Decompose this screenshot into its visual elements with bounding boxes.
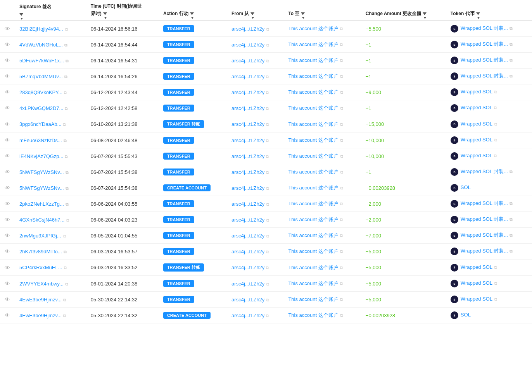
token-name-link[interactable]: Wrapped SOL 封装... [461,73,508,79]
token-name-link[interactable]: Wrapped SOL 封装... [461,200,508,206]
token-name-link[interactable]: Wrapped SOL 封装... [461,168,508,174]
from-copy-icon[interactable]: ⧉ [266,27,269,32]
signature-link[interactable]: 32Bi2EjHqjiy4v94... [19,26,63,32]
from-link[interactable]: arsc4j...tLZh2y [231,26,264,32]
token-copy-icon[interactable]: ⧉ [494,153,497,158]
token-copy-icon[interactable]: ⧉ [494,297,497,302]
from-link[interactable]: arsc4j...tLZh2y [231,58,264,64]
signature-copy-icon[interactable]: ⧉ [64,249,67,254]
from-copy-icon[interactable]: ⧉ [266,249,269,254]
signature-copy-icon[interactable]: ⧉ [64,74,67,79]
to-copy-icon[interactable]: ⧉ [340,281,343,286]
from-link[interactable]: arsc4j...tLZh2y [231,249,264,254]
signature-copy-icon[interactable]: ⧉ [63,122,66,127]
from-copy-icon[interactable]: ⧉ [266,58,269,64]
to-link[interactable]: This account 这个账户 [288,153,338,159]
eye-icon[interactable]: 👁 [5,89,10,95]
signature-link[interactable]: 5B7mqVbdMMUv... [19,74,63,79]
to-link[interactable]: This account 这个账户 [288,73,338,79]
to-link[interactable]: This account 这个账户 [288,201,338,206]
from-copy-icon[interactable]: ⧉ [266,106,269,111]
to-link[interactable]: This account 这个账户 [288,217,338,222]
from-link[interactable]: arsc4j...tLZh2y [231,281,264,287]
to-copy-icon[interactable]: ⧉ [340,90,343,95]
token-copy-icon[interactable]: ⧉ [510,169,513,174]
from-copy-icon[interactable]: ⧉ [266,297,269,303]
token-copy-icon[interactable]: ⧉ [494,122,497,127]
token-name-link[interactable]: SOL [461,184,471,190]
token-copy-icon[interactable]: ⧉ [510,26,513,31]
signature-link[interactable]: 4VdWzVbNGHoL... [19,42,63,48]
signature-link[interactable]: 2WVYYEX4mbwy... [19,281,64,287]
to-link[interactable]: This account 这个账户 [288,185,338,191]
from-link[interactable]: arsc4j...tLZh2y [231,185,264,191]
eye-icon[interactable]: 👁 [5,232,10,239]
from-link[interactable]: arsc4j...tLZh2y [231,89,264,95]
signature-copy-icon[interactable]: ⧉ [63,297,66,303]
signature-copy-icon[interactable]: ⧉ [66,202,69,207]
eye-icon[interactable]: 👁 [5,121,10,127]
eye-icon[interactable]: 👁 [5,153,10,159]
token-copy-icon[interactable]: ⧉ [510,58,513,63]
signature-link[interactable]: iE4NKvjAz7QGzp... [19,153,63,159]
signature-link[interactable]: 3pgx6ncYDaaAb... [19,121,61,127]
signature-copy-icon[interactable]: ⧉ [65,154,68,159]
signature-link[interactable]: 2nwMgu9XJPfGj... [19,233,61,239]
from-link[interactable]: arsc4j...tLZh2y [231,138,264,143]
eye-icon[interactable]: 👁 [5,265,10,271]
to-link[interactable]: This account 这个账户 [288,41,338,47]
eye-icon[interactable]: 👁 [5,57,10,64]
token-copy-icon[interactable]: ⧉ [510,233,513,238]
token-name-link[interactable]: Wrapped SOL [461,137,492,143]
eye-icon[interactable]: 👁 [5,137,10,143]
action-filter-icon[interactable] [190,12,194,15]
signature-link[interactable]: 283q8Q9VkoKPY... [19,89,62,95]
from-link[interactable]: arsc4j...tLZh2y [231,105,264,111]
eye-icon[interactable]: 👁 [5,312,10,318]
from-link[interactable]: arsc4j...tLZh2y [231,42,264,48]
from-copy-icon[interactable]: ⧉ [266,234,269,239]
from-copy-icon[interactable]: ⧉ [266,170,269,175]
eye-icon[interactable]: 👁 [5,185,10,191]
to-copy-icon[interactable]: ⧉ [340,138,343,143]
time-filter-icon[interactable] [103,12,107,15]
signature-copy-icon[interactable]: ⧉ [64,265,67,270]
to-filter-icon[interactable] [301,12,305,15]
from-link[interactable]: arsc4j...tLZh2y [231,217,264,223]
to-link[interactable]: This account 这个账户 [288,57,338,63]
from-copy-icon[interactable]: ⧉ [266,90,269,95]
signature-copy-icon[interactable]: ⧉ [66,170,69,175]
to-link[interactable]: This account 这个账户 [288,137,338,143]
signature-copy-icon[interactable]: ⧉ [63,313,66,318]
token-copy-icon[interactable]: ⧉ [510,201,513,206]
to-copy-icon[interactable]: ⧉ [340,265,343,270]
eye-icon[interactable]: 👁 [5,26,10,32]
token-copy-icon[interactable]: ⧉ [494,89,497,95]
eye-icon[interactable]: 👁 [5,296,10,303]
to-link[interactable]: This account 这个账户 [288,312,338,318]
to-link[interactable]: This account 这个账户 [288,26,338,31]
token-name-link[interactable]: Wrapped SOL 封装... [461,248,508,254]
to-link[interactable]: This account 这个账户 [288,265,338,270]
from-copy-icon[interactable]: ⧉ [266,154,269,159]
eye-icon[interactable]: 👁 [5,280,10,287]
to-copy-icon[interactable]: ⧉ [340,154,343,159]
signature-copy-icon[interactable]: ⧉ [65,106,68,111]
signature-link[interactable]: mFeuo63NzKtDs... [19,138,62,143]
signature-link[interactable]: 5DFuwF7kWbF1x... [19,58,64,64]
signature-link[interactable]: 2hK7f3v89dMTfo... [19,249,62,254]
token-name-link[interactable]: SOL [461,312,471,318]
signature-link[interactable]: 5NWFSgYWzSNv... [19,185,64,191]
token-name-link[interactable]: Wrapped SOL 封装... [461,216,508,222]
from-copy-icon[interactable]: ⧉ [266,218,269,223]
to-copy-icon[interactable]: ⧉ [340,106,343,111]
to-link[interactable]: This account 这个账户 [288,232,338,238]
from-copy-icon[interactable]: ⧉ [266,265,269,270]
from-copy-icon[interactable]: ⧉ [266,202,269,207]
signature-copy-icon[interactable]: ⧉ [66,186,69,191]
signature-link[interactable]: 2pkoZNehLXzzTg... [19,201,64,207]
token-name-link[interactable]: Wrapped SOL [461,121,492,127]
to-copy-icon[interactable]: ⧉ [340,217,343,222]
to-link[interactable]: This account 这个账户 [288,280,338,286]
signature-copy-icon[interactable]: ⧉ [65,282,68,287]
